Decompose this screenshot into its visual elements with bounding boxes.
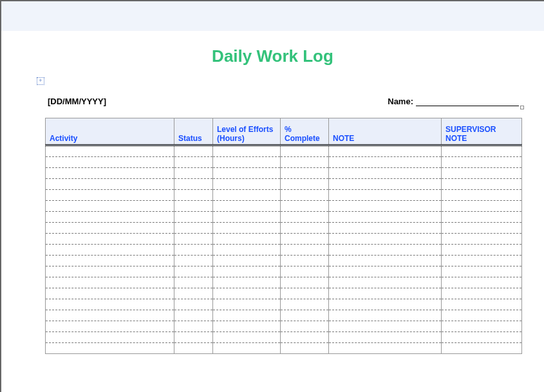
date-placeholder[interactable]: [DD/MM/YYYY] xyxy=(48,97,106,106)
cell-effort[interactable] xyxy=(213,212,281,223)
table-row[interactable] xyxy=(46,332,522,343)
cell-note[interactable] xyxy=(329,145,442,157)
cell-complete[interactable] xyxy=(281,145,329,157)
cell-note[interactable] xyxy=(329,168,442,179)
cell-note[interactable] xyxy=(329,201,442,212)
cell-status[interactable] xyxy=(174,332,213,343)
name-input-line[interactable] xyxy=(416,97,519,106)
cell-status[interactable] xyxy=(174,266,213,277)
cell-supnote[interactable] xyxy=(442,212,522,223)
cell-complete[interactable] xyxy=(281,321,329,332)
cell-supnote[interactable] xyxy=(442,310,522,321)
cell-activity[interactable] xyxy=(46,343,174,354)
cell-effort[interactable] xyxy=(213,277,281,288)
cell-supnote[interactable] xyxy=(442,343,522,354)
cell-status[interactable] xyxy=(174,288,213,299)
cell-activity[interactable] xyxy=(46,245,174,256)
cell-supnote[interactable] xyxy=(442,321,522,332)
table-row[interactable] xyxy=(46,179,522,190)
table-row[interactable] xyxy=(46,310,522,321)
table-row[interactable] xyxy=(46,223,522,234)
cell-complete[interactable] xyxy=(281,212,329,223)
table-row[interactable] xyxy=(46,245,522,256)
cell-effort[interactable] xyxy=(213,321,281,332)
cell-effort[interactable] xyxy=(213,223,281,234)
table-row[interactable] xyxy=(46,145,522,157)
cell-effort[interactable] xyxy=(213,256,281,266)
cell-status[interactable] xyxy=(174,145,213,157)
cell-note[interactable] xyxy=(329,299,442,310)
cell-activity[interactable] xyxy=(46,266,174,277)
cell-note[interactable] xyxy=(329,288,442,299)
cell-status[interactable] xyxy=(174,256,213,266)
cell-effort[interactable] xyxy=(213,234,281,245)
cell-supnote[interactable] xyxy=(442,277,522,288)
cell-effort[interactable] xyxy=(213,179,281,190)
table-row[interactable] xyxy=(46,299,522,310)
cell-status[interactable] xyxy=(174,212,213,223)
cell-note[interactable] xyxy=(329,179,442,190)
cell-supnote[interactable] xyxy=(442,157,522,168)
cell-supnote[interactable] xyxy=(442,190,522,201)
table-move-handle-icon[interactable] xyxy=(37,77,44,85)
cell-complete[interactable] xyxy=(281,343,329,354)
table-row[interactable] xyxy=(46,321,522,332)
cell-supnote[interactable] xyxy=(442,168,522,179)
table-row[interactable] xyxy=(46,256,522,266)
cell-status[interactable] xyxy=(174,343,213,354)
table-row[interactable] xyxy=(46,266,522,277)
cell-status[interactable] xyxy=(174,310,213,321)
cell-complete[interactable] xyxy=(281,266,329,277)
cell-status[interactable] xyxy=(174,245,213,256)
cell-status[interactable] xyxy=(174,223,213,234)
cell-effort[interactable] xyxy=(213,157,281,168)
cell-activity[interactable] xyxy=(46,223,174,234)
cell-complete[interactable] xyxy=(281,179,329,190)
cell-status[interactable] xyxy=(174,321,213,332)
cell-note[interactable] xyxy=(329,310,442,321)
cell-activity[interactable] xyxy=(46,157,174,168)
cell-supnote[interactable] xyxy=(442,288,522,299)
cell-effort[interactable] xyxy=(213,168,281,179)
cell-supnote[interactable] xyxy=(442,179,522,190)
cell-activity[interactable] xyxy=(46,321,174,332)
cell-supnote[interactable] xyxy=(442,145,522,157)
cell-status[interactable] xyxy=(174,157,213,168)
cell-supnote[interactable] xyxy=(442,299,522,310)
cell-complete[interactable] xyxy=(281,223,329,234)
table-row[interactable] xyxy=(46,168,522,179)
cell-effort[interactable] xyxy=(213,145,281,157)
cell-activity[interactable] xyxy=(46,201,174,212)
cell-note[interactable] xyxy=(329,212,442,223)
table-row[interactable] xyxy=(46,277,522,288)
cell-complete[interactable] xyxy=(281,310,329,321)
cell-complete[interactable] xyxy=(281,157,329,168)
cell-activity[interactable] xyxy=(46,234,174,245)
cell-note[interactable] xyxy=(329,277,442,288)
cell-complete[interactable] xyxy=(281,245,329,256)
cell-complete[interactable] xyxy=(281,332,329,343)
cell-complete[interactable] xyxy=(281,277,329,288)
cell-activity[interactable] xyxy=(46,212,174,223)
cell-effort[interactable] xyxy=(213,266,281,277)
cell-supnote[interactable] xyxy=(442,266,522,277)
cell-note[interactable] xyxy=(329,256,442,266)
cell-effort[interactable] xyxy=(213,201,281,212)
cell-complete[interactable] xyxy=(281,256,329,266)
cell-status[interactable] xyxy=(174,190,213,201)
table-row[interactable] xyxy=(46,212,522,223)
cell-activity[interactable] xyxy=(46,256,174,266)
cell-effort[interactable] xyxy=(213,245,281,256)
cell-supnote[interactable] xyxy=(442,234,522,245)
cell-status[interactable] xyxy=(174,299,213,310)
cell-status[interactable] xyxy=(174,277,213,288)
cell-complete[interactable] xyxy=(281,168,329,179)
cell-supnote[interactable] xyxy=(442,256,522,266)
table-row[interactable] xyxy=(46,190,522,201)
cell-complete[interactable] xyxy=(281,190,329,201)
cell-status[interactable] xyxy=(174,201,213,212)
cell-supnote[interactable] xyxy=(442,332,522,343)
cell-note[interactable] xyxy=(329,321,442,332)
cell-supnote[interactable] xyxy=(442,223,522,234)
cell-note[interactable] xyxy=(329,266,442,277)
